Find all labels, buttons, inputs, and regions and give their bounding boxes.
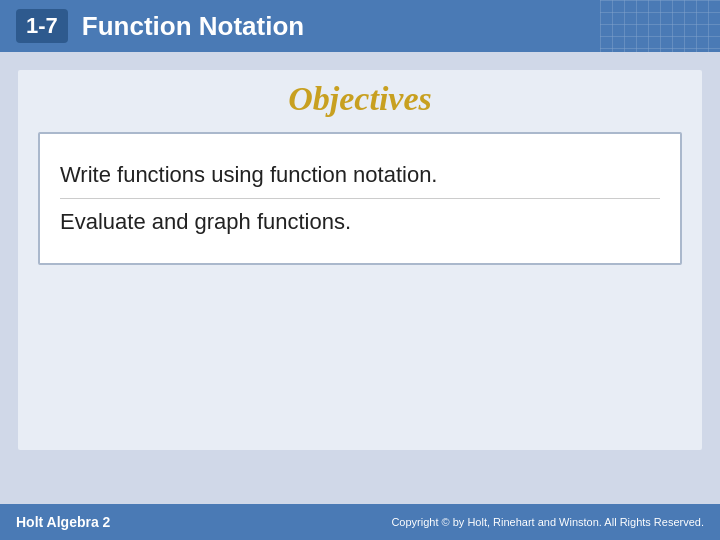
lesson-badge: 1-7 xyxy=(16,9,68,43)
objective-item-1: Write functions using function notation. xyxy=(60,152,660,198)
objectives-heading: Objectives xyxy=(38,80,682,118)
header-title: Function Notation xyxy=(82,11,304,42)
objectives-box: Write functions using function notation.… xyxy=(38,132,682,265)
header-bar: 1-7 Function Notation xyxy=(0,0,720,52)
objective-item-2: Evaluate and graph functions. xyxy=(60,198,660,245)
footer-bar: Holt Algebra 2 Copyright © by Holt, Rine… xyxy=(0,504,720,540)
footer-publisher: Holt Algebra 2 xyxy=(16,514,110,530)
header-grid-decoration xyxy=(600,0,720,52)
footer-copyright: Copyright © by Holt, Rinehart and Winsto… xyxy=(391,516,704,528)
content-area: Objectives Write functions using functio… xyxy=(18,70,702,450)
